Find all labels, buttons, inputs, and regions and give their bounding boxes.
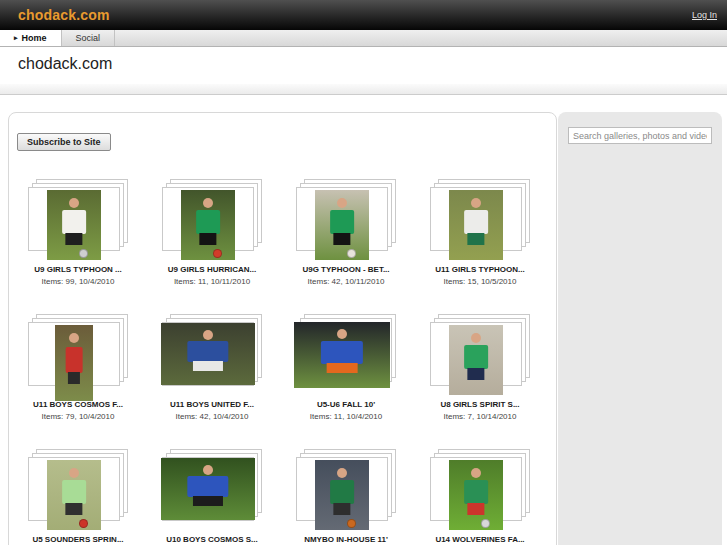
gallery-items-count: Items: 7, 10/14/2010	[413, 412, 547, 421]
gallery-thumbnail-stack[interactable]	[430, 179, 530, 259]
gallery-items-count: Items: 42, 10/11/2010	[279, 277, 413, 286]
gallery-items-count: Items: 11, 10/4/2010	[279, 412, 413, 421]
photo-player-shorts	[467, 503, 484, 514]
gallery-title[interactable]: U8 GIRLS SPIRIT S...	[413, 400, 547, 409]
photo-player-jersey	[187, 476, 228, 497]
gallery-title[interactable]: U11 GIRLS TYPHOON...	[413, 265, 547, 274]
gallery-thumbnail-stack[interactable]	[28, 314, 128, 394]
gallery-items-count: Items: 11, 10/11/2010	[145, 277, 279, 286]
photo-player-head	[471, 198, 481, 208]
gallery-card[interactable]: U14 WOLVERINES FA...	[413, 445, 547, 545]
tab-social-label: Social	[76, 33, 101, 43]
gallery-title[interactable]: U9G TYPHOON - BET...	[279, 265, 413, 274]
gallery-thumbnail-stack[interactable]	[430, 314, 530, 394]
search-input[interactable]	[568, 127, 712, 144]
photo-player-shorts	[327, 363, 358, 374]
gallery-thumbnail-stack[interactable]	[162, 179, 262, 259]
gallery-thumbnail-photo[interactable]	[181, 190, 235, 260]
gallery-thumbnail-photo[interactable]	[55, 325, 93, 401]
gallery-thumbnail-stack[interactable]	[296, 449, 396, 529]
gallery-thumbnail-photo[interactable]	[161, 458, 255, 520]
photo-player-shorts	[65, 503, 82, 514]
header-divider	[0, 84, 727, 95]
photo-player-shorts	[193, 496, 223, 506]
search-sidebar	[558, 112, 722, 545]
photo-player-jersey	[464, 210, 488, 234]
gallery-thumbnail-stack[interactable]	[162, 449, 262, 529]
gallery-grid: U9 GIRLS TYPHOON ... Items: 99, 10/4/201…	[11, 175, 551, 545]
gallery-title[interactable]: U9 GIRLS TYPHOON ...	[11, 265, 145, 274]
gallery-thumbnail-stack[interactable]	[296, 179, 396, 259]
photo-player-shorts	[68, 372, 80, 384]
gallery-card[interactable]: U10 BOYS COSMOS S...	[145, 445, 279, 545]
gallery-card[interactable]: U9G TYPHOON - BET... Items: 42, 10/11/20…	[279, 175, 413, 310]
gallery-title[interactable]: U5-U6 FALL 10'	[279, 400, 413, 409]
photo-player-jersey	[464, 345, 488, 369]
gallery-card[interactable]: U9 GIRLS TYPHOON ... Items: 99, 10/4/201…	[11, 175, 145, 310]
log-in-link[interactable]: Log In	[692, 10, 717, 20]
gallery-thumbnail-stack[interactable]	[296, 314, 396, 394]
photo-soccer-ball	[481, 519, 490, 528]
gallery-card[interactable]: NMYBO IN-HOUSE 11'	[279, 445, 413, 545]
gallery-thumbnail-photo[interactable]	[315, 190, 369, 260]
gallery-thumbnail-stack[interactable]	[430, 449, 530, 529]
photo-player-head	[337, 329, 347, 339]
photo-soccer-ball	[347, 519, 356, 528]
gallery-title[interactable]: NMYBO IN-HOUSE 11'	[279, 535, 413, 544]
photo-player-jersey	[321, 341, 363, 363]
photo-player-head	[69, 333, 79, 343]
photo-player-jersey	[196, 210, 220, 234]
gallery-thumbnail-photo[interactable]	[449, 325, 503, 395]
gallery-card[interactable]: U8 GIRLS SPIRIT S... Items: 7, 10/14/201…	[413, 310, 547, 445]
gallery-title[interactable]: U10 BOYS COSMOS S...	[145, 535, 279, 544]
gallery-title[interactable]: U9 GIRLS HURRICAN...	[145, 265, 279, 274]
gallery-title[interactable]: U11 BOYS UNITED F...	[145, 400, 279, 409]
photo-player-head	[471, 468, 481, 478]
photo-player-jersey	[187, 341, 228, 362]
gallery-card[interactable]: U11 BOYS UNITED F... Items: 42, 10/4/201…	[145, 310, 279, 445]
gallery-card[interactable]: U5-U6 FALL 10' Items: 11, 10/4/2010	[279, 310, 413, 445]
gallery-thumbnail-photo[interactable]	[47, 460, 101, 530]
gallery-thumbnail-photo[interactable]	[315, 460, 369, 530]
gallery-thumbnail-stack[interactable]	[162, 314, 262, 394]
gallery-card[interactable]: U11 GIRLS TYPHOON... Items: 15, 10/5/201…	[413, 175, 547, 310]
photo-player-head	[69, 198, 79, 208]
photo-soccer-ball	[79, 249, 88, 258]
tab-bar: ▸ Home Social	[0, 30, 727, 47]
photo-player-head	[337, 468, 347, 478]
gallery-thumbnail-photo[interactable]	[294, 322, 390, 388]
photo-player-shorts	[65, 233, 82, 244]
gallery-card[interactable]: U11 BOYS COSMOS F... Items: 79, 10/4/201…	[11, 310, 145, 445]
photo-player-shorts	[467, 233, 484, 244]
photo-player-shorts	[193, 361, 223, 371]
photo-player-shorts	[467, 368, 484, 379]
active-tab-arrow-icon: ▸	[14, 34, 18, 42]
photo-player-head	[337, 198, 347, 208]
photo-player-shorts	[333, 503, 350, 514]
photo-player-head	[203, 330, 213, 340]
photo-soccer-ball	[213, 249, 222, 258]
tab-social[interactable]: Social	[62, 30, 116, 46]
subscribe-to-site-button[interactable]: Subscribe to Site	[17, 133, 111, 151]
gallery-card[interactable]: U5 SOUNDERS SPRIN...	[11, 445, 145, 545]
gallery-thumbnail-photo[interactable]	[449, 460, 503, 530]
photo-player-jersey	[330, 210, 354, 234]
gallery-thumbnail-stack[interactable]	[28, 179, 128, 259]
gallery-thumbnail-photo[interactable]	[47, 190, 101, 260]
page-title: chodack.com	[18, 55, 112, 73]
gallery-items-count: Items: 42, 10/4/2010	[145, 412, 279, 421]
tab-home[interactable]: ▸ Home	[0, 30, 62, 46]
photo-soccer-ball	[79, 519, 88, 528]
gallery-title[interactable]: U14 WOLVERINES FA...	[413, 535, 547, 544]
photo-player-shorts	[199, 233, 216, 244]
gallery-title[interactable]: U11 BOYS COSMOS F...	[11, 400, 145, 409]
gallery-thumbnail-photo[interactable]	[449, 190, 503, 260]
gallery-title[interactable]: U5 SOUNDERS SPRIN...	[11, 535, 145, 544]
gallery-thumbnail-stack[interactable]	[28, 449, 128, 529]
gallery-thumbnail-photo[interactable]	[161, 323, 255, 385]
photo-player-jersey	[330, 480, 354, 504]
gallery-card[interactable]: U9 GIRLS HURRICAN... Items: 11, 10/11/20…	[145, 175, 279, 310]
photo-player-head	[203, 465, 213, 475]
gallery-items-count: Items: 15, 10/5/2010	[413, 277, 547, 286]
photo-player-head	[69, 468, 79, 478]
